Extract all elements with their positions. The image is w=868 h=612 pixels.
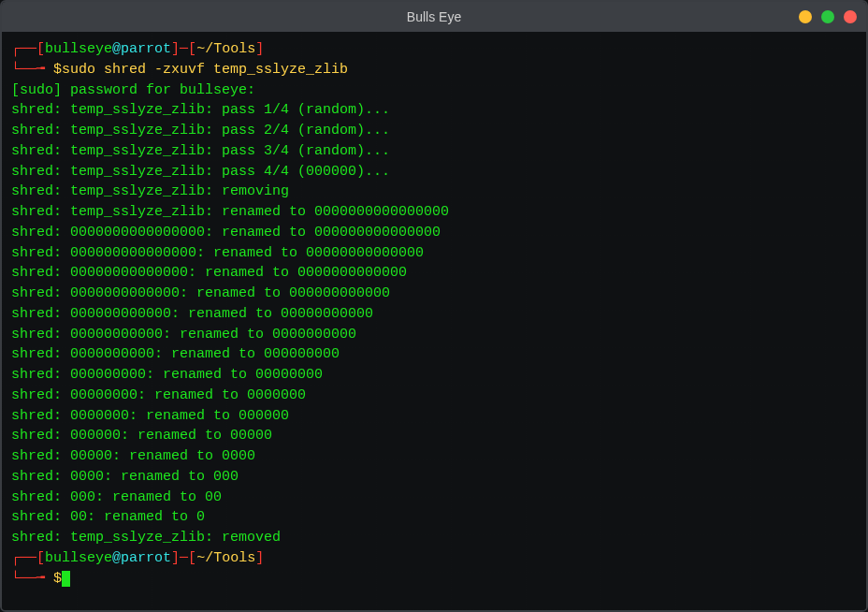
prompt-path: ~/Tools [196, 41, 255, 57]
prompt-bracket: [ [188, 41, 196, 57]
output-line: shred: temp_sslyze_zlib: renamed to 0000… [11, 202, 857, 223]
prompt-corner: ┌── [11, 41, 36, 57]
cursor-icon [62, 571, 70, 587]
prompt-bracket: [ [188, 550, 196, 566]
prompt-path: ~/Tools [196, 550, 255, 566]
window-title: Bulls Eye [407, 9, 461, 24]
prompt-corner: ┌── [11, 550, 36, 566]
command-text: sudo shred -zxuvf temp_sslyze_zlib [62, 62, 348, 78]
output-line: [sudo] password for bullseye: [11, 80, 857, 101]
prompt-dollar: $ [53, 571, 62, 587]
output-line: shred: temp_sslyze_zlib: removed [11, 528, 857, 548]
prompt-line-2-top: ┌──[bullseye@parrot]─[~/Tools] [11, 548, 857, 569]
prompt-dollar: $ [53, 62, 62, 78]
window-controls [799, 10, 857, 23]
output-line: shred: temp_sslyze_zlib: pass 4/4 (00000… [11, 162, 857, 182]
prompt-line-2-bot: └──╼ $ [11, 569, 857, 590]
output-line: shred: 000: renamed to 00 [11, 488, 857, 508]
output-line: shred: temp_sslyze_zlib: removing [11, 182, 857, 202]
output-line: shred: 0000000000: renamed to 000000000 [11, 344, 857, 365]
output-line: shred: 00: renamed to 0 [11, 507, 857, 528]
maximize-icon[interactable] [821, 10, 834, 23]
output-line: shred: temp_sslyze_zlib: pass 2/4 (rando… [11, 121, 857, 141]
prompt-line-1-bot: └──╼ $sudo shred -zxuvf temp_sslyze_zlib [11, 60, 857, 80]
prompt-user: bullseye [45, 41, 112, 57]
output-line: shred: 000000000: renamed to 00000000 [11, 365, 857, 386]
prompt-bracket: ] [171, 550, 180, 566]
prompt-corner: └──╼ [11, 571, 53, 587]
output-line: shred: 00000000: renamed to 0000000 [11, 386, 857, 406]
window-titlebar[interactable]: Bulls Eye [2, 2, 866, 32]
prompt-bracket: [ [36, 41, 45, 57]
prompt-bracket: ] [171, 41, 180, 57]
prompt-dash: ─ [180, 550, 188, 566]
prompt-bracket: ] [255, 550, 264, 566]
terminal-area[interactable]: ┌──[bullseye@parrot]─[~/Tools]└──╼ $sudo… [2, 32, 866, 610]
output-line: shred: 00000: renamed to 0000 [11, 446, 857, 467]
output-line: shred: 00000000000: renamed to 000000000… [11, 325, 857, 345]
output-line: shred: 0000000000000: renamed to 0000000… [11, 284, 857, 304]
output-line: shred: 00000000000000: renamed to 000000… [11, 263, 857, 284]
output-line: shred: 000000000000000: renamed to 00000… [11, 243, 857, 264]
output-line: shred: 0000000: renamed to 000000 [11, 406, 857, 427]
output-line: shred: temp_sslyze_zlib: pass 1/4 (rando… [11, 100, 857, 121]
output-line: shred: 000000: renamed to 00000 [11, 426, 857, 446]
prompt-line-1-top: ┌──[bullseye@parrot]─[~/Tools] [11, 39, 857, 60]
prompt-dash: ─ [180, 41, 188, 57]
output-line: shred: 000000000000: renamed to 00000000… [11, 304, 857, 325]
prompt-host: parrot [121, 41, 171, 57]
prompt-corner: └──╼ [11, 62, 53, 78]
prompt-host: parrot [121, 550, 171, 566]
output-line: shred: temp_sslyze_zlib: pass 3/4 (rando… [11, 141, 857, 162]
output-line: shred: 0000: renamed to 000 [11, 467, 857, 488]
prompt-bracket: [ [36, 550, 45, 566]
prompt-at: @ [112, 550, 121, 566]
prompt-at: @ [112, 41, 121, 57]
minimize-icon[interactable] [799, 10, 812, 23]
prompt-bracket: ] [255, 41, 264, 57]
close-icon[interactable] [844, 10, 857, 23]
output-line: shred: 0000000000000000: renamed to 0000… [11, 223, 857, 243]
prompt-user: bullseye [45, 550, 112, 566]
